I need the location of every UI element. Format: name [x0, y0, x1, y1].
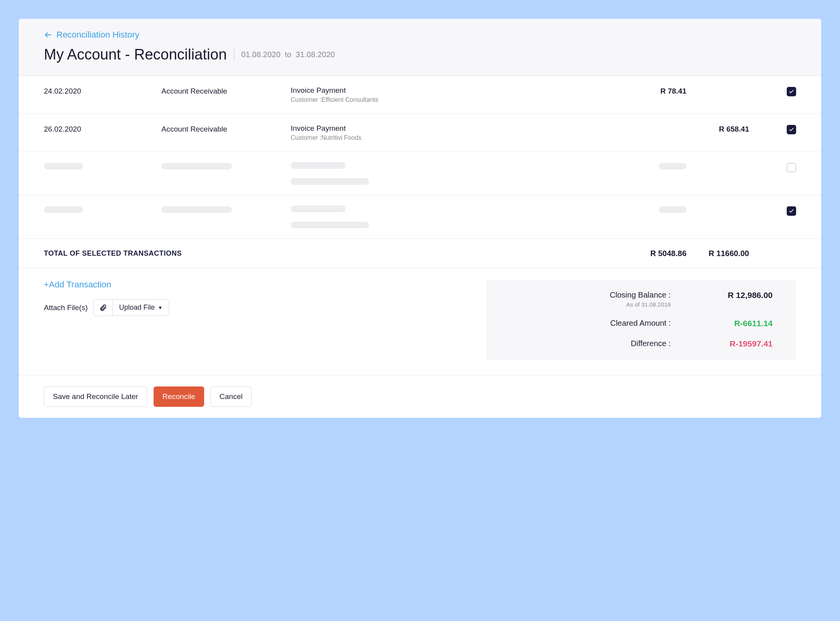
transaction-amount-debit: R 78.41 [624, 86, 686, 96]
transaction-checkbox[interactable] [787, 125, 796, 134]
arrow-left-icon [44, 31, 52, 39]
check-icon [789, 89, 794, 94]
skeleton-cell [624, 206, 686, 213]
skeleton-cell [44, 162, 161, 170]
summary-row-difference: Difference : R-19597.41 [510, 339, 773, 348]
paperclip-icon [99, 304, 107, 312]
transaction-checkbox[interactable] [787, 206, 796, 216]
closing-balance-label: Closing Balance : [510, 291, 671, 300]
summary-row-closing: Closing Balance : As of 31.08.2018 R 12,… [510, 291, 773, 308]
transaction-check-cell [749, 206, 796, 216]
skeleton-cell [161, 206, 291, 213]
skeleton-cell [624, 162, 686, 170]
date-to: 31.08.2020 [296, 50, 335, 59]
transaction-row-loading [19, 195, 821, 239]
skeleton-cell [291, 206, 624, 228]
summary-row-cleared: Cleared Amount : R-6611.14 [510, 319, 773, 328]
transaction-checkbox[interactable] [787, 87, 796, 96]
title-row: My Account - Reconciliation 01.08.2020 t… [44, 46, 796, 63]
skeleton-cell [686, 162, 749, 163]
transaction-row: 26.02.2020 Account Receivable Invoice Pa… [19, 114, 821, 152]
summary-label-group: Closing Balance : As of 31.08.2018 [510, 291, 671, 308]
transaction-description: Invoice Payment Customer :Efficient Cons… [291, 86, 624, 103]
cleared-amount-label: Cleared Amount : [510, 319, 671, 328]
skeleton-cell [291, 162, 624, 185]
caret-down-icon: ▼ [158, 305, 163, 310]
transaction-amount-debit [624, 124, 686, 125]
totals-row: TOTAL OF SELECTED TRANSACTIONS R 5048.86… [19, 239, 821, 269]
footer: Save and Reconcile Later Reconcile Cance… [19, 375, 821, 418]
check-icon [789, 208, 794, 214]
back-link[interactable]: Reconciliation History [44, 30, 139, 40]
transaction-amount-credit [686, 86, 749, 87]
summary-label-group: Difference : [510, 339, 671, 348]
skeleton-cell [44, 206, 161, 213]
reconcile-button[interactable]: Reconcile [154, 386, 204, 407]
upload-icon-part [94, 300, 113, 316]
upload-file-label: Upload File [119, 303, 155, 312]
difference-label: Difference : [510, 339, 671, 348]
transaction-row: 24.02.2020 Account Receivable Invoice Pa… [19, 76, 821, 114]
reconciliation-panel: Reconciliation History My Account - Reco… [19, 19, 821, 418]
transaction-check-cell [749, 162, 796, 172]
transaction-desc-sub: Customer :Efficient Consultants [291, 96, 624, 103]
transaction-check-cell [749, 124, 796, 134]
save-reconcile-later-button[interactable]: Save and Reconcile Later [44, 386, 147, 407]
header: Reconciliation History My Account - Reco… [19, 19, 821, 76]
closing-balance-value: R 12,986.00 [671, 291, 773, 300]
page-title: My Account - Reconciliation [44, 46, 227, 63]
add-transaction-link[interactable]: +Add Transaction [44, 280, 471, 290]
transaction-date: 24.02.2020 [44, 86, 161, 96]
transaction-desc-main: Invoice Payment [291, 124, 624, 133]
skeleton-cell [161, 162, 291, 170]
attach-label: Attach File(s) [44, 303, 88, 312]
totals-label: TOTAL OF SELECTED TRANSACTIONS [44, 249, 624, 258]
summary-box: Closing Balance : As of 31.08.2018 R 12,… [487, 280, 796, 359]
upload-text-part: Upload File ▼ [113, 300, 169, 316]
transaction-checkbox[interactable] [787, 163, 796, 172]
check-icon [789, 127, 794, 132]
summary-label-group: Cleared Amount : [510, 319, 671, 328]
upload-file-button[interactable]: Upload File ▼ [93, 299, 169, 316]
totals-amount-debit: R 5048.86 [624, 249, 686, 258]
transaction-account: Account Receivable [161, 86, 291, 96]
transaction-desc-main: Invoice Payment [291, 86, 624, 95]
transaction-date: 26.02.2020 [44, 124, 161, 134]
attach-row: Attach File(s) Upload File ▼ [44, 299, 471, 316]
cleared-amount-value: R-6611.14 [671, 319, 773, 328]
transaction-amount-credit: R 658.41 [686, 124, 749, 134]
difference-value: R-19597.41 [671, 339, 773, 348]
date-to-word: to [285, 50, 291, 59]
transaction-check-cell [749, 86, 796, 96]
cancel-button[interactable]: Cancel [210, 386, 252, 407]
transaction-row-loading [19, 152, 821, 195]
bottom-section: +Add Transaction Attach File(s) Upload F… [19, 269, 821, 375]
totals-amount-credit: R 11660.00 [686, 249, 749, 258]
transaction-account: Account Receivable [161, 124, 291, 134]
date-from: 01.08.2020 [241, 50, 281, 59]
back-link-label: Reconciliation History [56, 30, 139, 40]
transaction-desc-sub: Customer :Nutritivi Foods [291, 134, 624, 141]
title-divider [234, 48, 234, 61]
transaction-description: Invoice Payment Customer :Nutritivi Food… [291, 124, 624, 141]
skeleton-cell [686, 206, 749, 206]
closing-balance-sublabel: As of 31.08.2018 [510, 301, 671, 308]
date-range: 01.08.2020 to 31.08.2020 [241, 50, 335, 59]
bottom-left: +Add Transaction Attach File(s) Upload F… [44, 280, 471, 359]
